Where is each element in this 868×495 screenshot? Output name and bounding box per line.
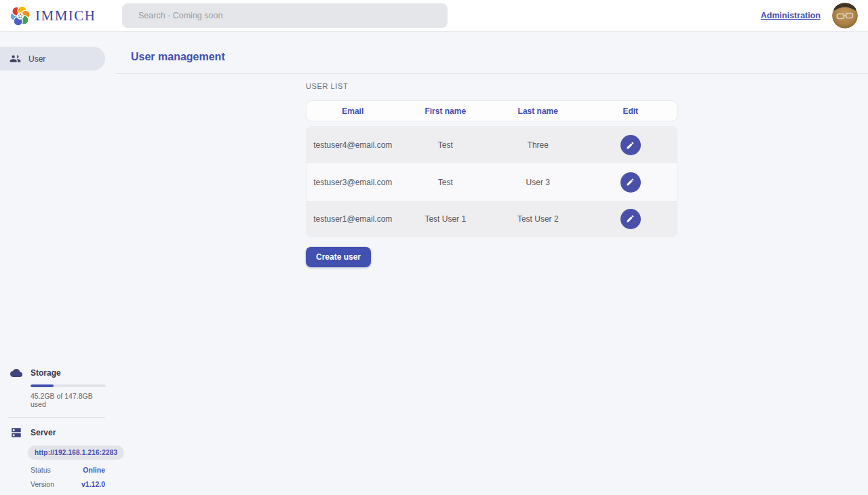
sidebar: User Storage 45.2GB of 147.8GB used S (0, 32, 115, 495)
immich-flower-icon (9, 5, 31, 27)
user-list-heading: USER LIST (306, 82, 677, 90)
storage-progress-fill (31, 384, 54, 387)
server-icon (10, 427, 22, 439)
sidebar-footer: Storage 45.2GB of 147.8GB used Server ht… (0, 367, 115, 488)
user-first-name-cell: Test (399, 178, 492, 187)
server-version-label: Version (31, 480, 54, 488)
storage-title: Storage (31, 368, 61, 378)
column-header-first-name: First name (399, 106, 492, 116)
storage-progress-bar (31, 384, 106, 387)
table-row: testuser4@email.com Test Three (307, 127, 677, 163)
server-title: Server (31, 428, 56, 437)
server-status-row: Status Online (31, 466, 105, 474)
title-divider (115, 73, 868, 74)
server-status-label: Status (31, 466, 51, 474)
server-widget: Server http://192.168.1.216:2283 Status … (10, 427, 105, 488)
user-list-section: USER LIST Email First name Last name Edi… (306, 82, 677, 267)
user-email-cell: testuser3@email.com (307, 178, 399, 187)
column-header-last-name: Last name (492, 106, 585, 116)
storage-usage-text: 45.2GB of 147.8GB used (31, 392, 105, 408)
column-header-email: Email (307, 106, 399, 116)
server-version-row: Version v1.12.0 (31, 480, 105, 488)
edit-user-button[interactable] (620, 209, 641, 229)
server-url-badge: http://192.168.1.216:2283 (28, 446, 124, 460)
user-avatar[interactable] (832, 3, 858, 28)
search-input[interactable] (122, 3, 448, 28)
top-bar: IMMICH Administration (0, 0, 868, 32)
column-header-edit: Edit (585, 106, 677, 116)
logo-wordmark: IMMICH (35, 7, 96, 24)
avatar-image (832, 3, 858, 28)
user-table: testuser4@email.com Test Three testuser3… (306, 126, 677, 237)
create-user-button[interactable]: Create user (306, 247, 371, 267)
user-last-name-cell: Three (492, 140, 585, 150)
edit-user-button[interactable] (620, 172, 641, 193)
server-status-value: Online (83, 466, 105, 474)
edit-user-button[interactable] (620, 135, 641, 155)
page-title: User management (115, 32, 868, 63)
user-first-name-cell: Test (399, 140, 492, 150)
table-row: testuser3@email.com Test User 3 (307, 163, 677, 200)
table-row: testuser1@email.com Test User 1 Test Use… (307, 200, 677, 237)
storage-widget: Storage 45.2GB of 147.8GB used (10, 367, 105, 408)
app-logo[interactable]: IMMICH (9, 5, 96, 27)
pencil-icon (626, 141, 635, 150)
pencil-icon (626, 214, 635, 223)
user-last-name-cell: User 3 (492, 178, 585, 187)
sidebar-item-user[interactable]: User (0, 47, 105, 71)
cloud-icon (10, 367, 22, 379)
user-last-name-cell: Test User 2 (492, 214, 585, 224)
user-email-cell: testuser4@email.com (307, 140, 399, 150)
sidebar-item-user-label: User (28, 54, 45, 64)
users-icon (9, 53, 21, 64)
administration-link[interactable]: Administration (761, 11, 821, 20)
user-first-name-cell: Test User 1 (399, 214, 492, 224)
top-bar-right: Administration (761, 3, 858, 28)
main-content: User management USER LIST Email First na… (115, 32, 868, 495)
sidebar-divider (8, 417, 105, 418)
user-email-cell: testuser1@email.com (307, 214, 399, 224)
server-version-value: v1.12.0 (81, 480, 105, 488)
pencil-icon (626, 178, 635, 186)
user-table-header: Email First name Last name Edit (306, 100, 677, 121)
